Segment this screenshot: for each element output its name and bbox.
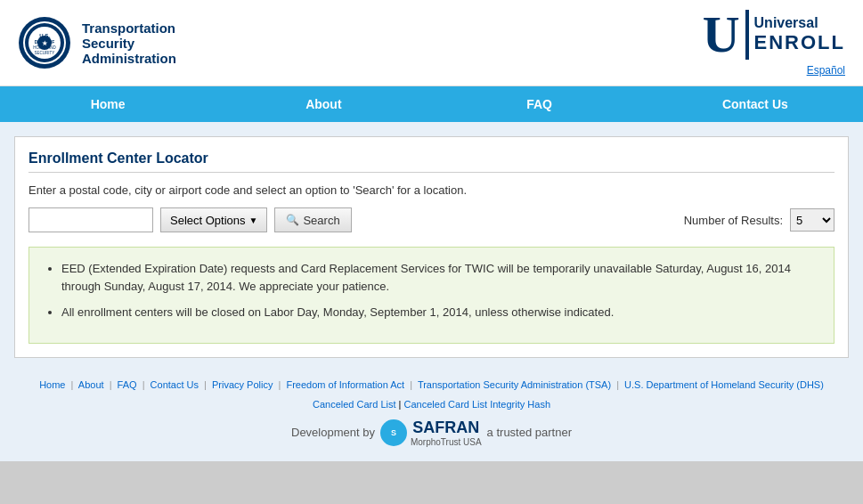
footer-foia-link[interactable]: Freedom of Information Act (286, 379, 404, 390)
footer-bottom-links: Canceled Card List | Canceled Card List … (5, 399, 858, 410)
main-nav: Home About FAQ Contact Us (0, 86, 863, 122)
nav-contact-us[interactable]: Contact Us (647, 86, 863, 122)
canceled-card-list-hash-link[interactable]: Canceled Card List Integrity Hash (404, 399, 550, 410)
svg-text:★: ★ (42, 40, 48, 46)
main-content-area: Enrollment Center Locator Enter a postal… (0, 122, 863, 461)
footer-dhs-link[interactable]: U.S. Department of Homeland Security (DH… (624, 379, 824, 390)
page-header: U.S. DEPT. OF HOMELAND SECURITY ★ Transp… (0, 0, 863, 86)
select-options-button[interactable]: Select Options ▼ (160, 207, 267, 232)
ue-u-letter: U (703, 9, 740, 61)
select-options-caret-icon: ▼ (249, 215, 258, 225)
ue-branding: U Universal ENROLL Español (703, 9, 845, 77)
footer-links: Home | About | FAQ | Contact Us | Privac… (5, 367, 858, 395)
dev-label: Development by (291, 426, 375, 439)
canceled-card-list-link[interactable]: Canceled Card List (313, 399, 396, 410)
tsa-text: Transportation Security Administration (82, 20, 176, 66)
ue-brand-text: Universal ENROLL (754, 15, 845, 54)
footer-contact-link[interactable]: Contact Us (151, 379, 199, 390)
espanol-link[interactable]: Español (807, 64, 845, 77)
instruction-text: Enter a postal code, city or airport cod… (28, 183, 835, 197)
enrollment-locator-section: Enrollment Center Locator Enter a postal… (14, 136, 849, 358)
tsa-seal-icon: U.S. DEPT. OF HOMELAND SECURITY ★ (18, 16, 71, 69)
nav-faq[interactable]: FAQ (432, 86, 647, 122)
footer-tsa-link[interactable]: Transportation Security Administration (… (418, 379, 611, 390)
search-row: Select Options ▼ 🔍 Search Number of Resu… (28, 207, 835, 232)
search-button[interactable]: 🔍 Search (274, 207, 351, 232)
notice-item-2: All enrollment centers will be closed on… (61, 304, 818, 321)
ue-logo: U Universal ENROLL (703, 9, 845, 61)
search-icon: 🔍 (286, 214, 299, 226)
ue-enroll-text: ENROLL (754, 31, 845, 54)
nav-about[interactable]: About (216, 86, 431, 122)
nav-home[interactable]: Home (0, 86, 216, 122)
notice-box: EED (Extended Expiration Date) requests … (28, 247, 835, 344)
ue-universal-text: Universal (754, 15, 845, 31)
safran-logo: S SAFRAN MorphoTrust USA (380, 419, 482, 447)
section-title: Enrollment Center Locator (28, 150, 835, 173)
notice-item-1: EED (Extended Expiration Date) requests … (61, 260, 818, 295)
location-input[interactable] (28, 207, 153, 232)
safran-name-text: SAFRAN (412, 419, 479, 436)
footer-about-link[interactable]: About (78, 379, 104, 390)
safran-sub-text: MorphoTrust USA (411, 437, 482, 447)
safran-circle-icon: S (380, 419, 407, 446)
safran-name-block: SAFRAN MorphoTrust USA (411, 419, 482, 447)
notice-list: EED (Extended Expiration Date) requests … (61, 260, 818, 321)
tsa-branding: U.S. DEPT. OF HOMELAND SECURITY ★ Transp… (18, 16, 176, 69)
ue-divider (745, 10, 749, 60)
safran-footer: Development by S SAFRAN MorphoTrust USA … (5, 410, 858, 456)
results-label: Number of Results: (684, 214, 783, 227)
footer-faq-link[interactable]: FAQ (118, 379, 137, 390)
footer-home-link[interactable]: Home (39, 379, 65, 390)
results-select[interactable]: 5 10 15 20 (790, 208, 835, 232)
svg-text:SECURITY: SECURITY (35, 51, 55, 55)
footer-privacy-link[interactable]: Privacy Policy (212, 379, 273, 390)
partner-label: a trusted partner (487, 426, 572, 439)
